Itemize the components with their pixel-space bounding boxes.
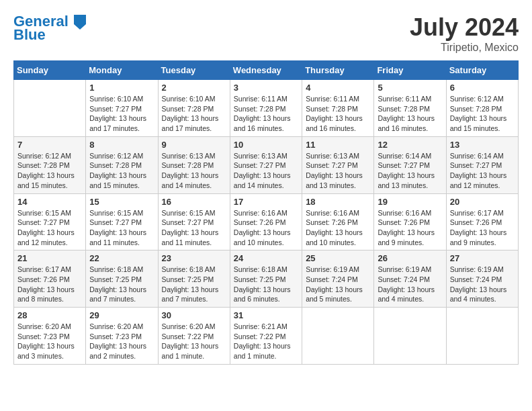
- calendar-cell: 5Sunrise: 6:11 AM Sunset: 7:28 PM Daylig…: [374, 80, 446, 137]
- day-info: Sunrise: 6:13 AM Sunset: 7:27 PM Dayligh…: [234, 151, 298, 191]
- day-number: 6: [450, 83, 515, 93]
- day-number: 23: [162, 253, 226, 263]
- week-row-4: 21Sunrise: 6:17 AM Sunset: 7:26 PM Dayli…: [14, 250, 519, 308]
- calendar-cell: 13Sunrise: 6:14 AM Sunset: 7:27 PM Dayli…: [446, 136, 518, 193]
- calendar-cell: 1Sunrise: 6:10 AM Sunset: 7:27 PM Daylig…: [86, 80, 158, 137]
- calendar-header: SundayMondayTuesdayWednesdayThursdayFrid…: [14, 61, 519, 80]
- calendar-cell: 25Sunrise: 6:19 AM Sunset: 7:24 PM Dayli…: [302, 250, 374, 308]
- title-block: July 2024 Tiripetio, Mexico: [410, 13, 519, 54]
- day-number: 4: [306, 83, 370, 93]
- day-number: 15: [89, 197, 154, 207]
- day-info: Sunrise: 6:19 AM Sunset: 7:24 PM Dayligh…: [378, 265, 442, 304]
- week-row-1: 1Sunrise: 6:10 AM Sunset: 7:27 PM Daylig…: [14, 80, 519, 137]
- day-info: Sunrise: 6:13 AM Sunset: 7:27 PM Dayligh…: [306, 151, 370, 191]
- page-header: General Blue July 2024 Tiripetio, Mexico: [13, 13, 519, 54]
- day-number: 10: [234, 140, 298, 150]
- header-day-thursday: Thursday: [302, 61, 374, 80]
- calendar-cell: 24Sunrise: 6:18 AM Sunset: 7:25 PM Dayli…: [230, 250, 302, 308]
- day-info: Sunrise: 6:11 AM Sunset: 7:28 PM Dayligh…: [306, 94, 370, 134]
- calendar-cell: 14Sunrise: 6:15 AM Sunset: 7:27 PM Dayli…: [14, 193, 86, 250]
- day-info: Sunrise: 6:11 AM Sunset: 7:28 PM Dayligh…: [234, 94, 298, 134]
- week-row-5: 28Sunrise: 6:20 AM Sunset: 7:23 PM Dayli…: [14, 308, 519, 365]
- calendar-cell: 20Sunrise: 6:17 AM Sunset: 7:26 PM Dayli…: [446, 193, 518, 250]
- header-day-sunday: Sunday: [14, 61, 86, 80]
- day-info: Sunrise: 6:12 AM Sunset: 7:28 PM Dayligh…: [450, 94, 515, 134]
- day-info: Sunrise: 6:19 AM Sunset: 7:24 PM Dayligh…: [306, 265, 370, 304]
- calendar-cell: 10Sunrise: 6:13 AM Sunset: 7:27 PM Dayli…: [230, 136, 302, 193]
- day-number: 11: [306, 140, 370, 150]
- day-number: 31: [234, 310, 298, 320]
- day-info: Sunrise: 6:18 AM Sunset: 7:25 PM Dayligh…: [162, 265, 226, 304]
- day-number: 27: [450, 253, 515, 263]
- day-number: 18: [306, 197, 370, 207]
- calendar-cell: 28Sunrise: 6:20 AM Sunset: 7:23 PM Dayli…: [14, 308, 86, 365]
- calendar-cell: 15Sunrise: 6:15 AM Sunset: 7:27 PM Dayli…: [86, 193, 158, 250]
- calendar-cell: 21Sunrise: 6:17 AM Sunset: 7:26 PM Dayli…: [14, 250, 86, 308]
- day-number: 5: [378, 83, 442, 93]
- day-info: Sunrise: 6:14 AM Sunset: 7:27 PM Dayligh…: [450, 151, 515, 191]
- day-info: Sunrise: 6:14 AM Sunset: 7:27 PM Dayligh…: [378, 151, 442, 191]
- day-info: Sunrise: 6:16 AM Sunset: 7:26 PM Dayligh…: [378, 208, 442, 248]
- calendar-cell: 23Sunrise: 6:18 AM Sunset: 7:25 PM Dayli…: [158, 250, 230, 308]
- day-number: 21: [17, 253, 82, 263]
- day-info: Sunrise: 6:19 AM Sunset: 7:24 PM Dayligh…: [450, 265, 515, 304]
- day-number: 12: [378, 140, 442, 150]
- day-number: 1: [89, 83, 154, 93]
- header-day-saturday: Saturday: [446, 61, 518, 80]
- day-number: 29: [89, 310, 154, 320]
- day-number: 28: [17, 310, 82, 320]
- calendar-cell: 9Sunrise: 6:13 AM Sunset: 7:28 PM Daylig…: [158, 136, 230, 193]
- day-info: Sunrise: 6:16 AM Sunset: 7:26 PM Dayligh…: [234, 208, 298, 248]
- day-number: 24: [234, 253, 298, 263]
- day-info: Sunrise: 6:10 AM Sunset: 7:28 PM Dayligh…: [162, 94, 226, 134]
- calendar-cell: 19Sunrise: 6:16 AM Sunset: 7:26 PM Dayli…: [374, 193, 446, 250]
- day-number: 17: [234, 197, 298, 207]
- day-info: Sunrise: 6:21 AM Sunset: 7:22 PM Dayligh…: [234, 322, 298, 361]
- calendar-cell: 17Sunrise: 6:16 AM Sunset: 7:26 PM Dayli…: [230, 193, 302, 250]
- calendar-cell: [374, 308, 446, 365]
- day-number: 3: [234, 83, 298, 93]
- month-year: July 2024: [410, 13, 519, 42]
- calendar-cell: 16Sunrise: 6:15 AM Sunset: 7:27 PM Dayli…: [158, 193, 230, 250]
- calendar-cell: 8Sunrise: 6:12 AM Sunset: 7:28 PM Daylig…: [86, 136, 158, 193]
- day-info: Sunrise: 6:15 AM Sunset: 7:27 PM Dayligh…: [17, 208, 82, 248]
- day-number: 26: [378, 253, 442, 263]
- day-info: Sunrise: 6:15 AM Sunset: 7:27 PM Dayligh…: [162, 208, 226, 248]
- header-day-wednesday: Wednesday: [230, 61, 302, 80]
- day-info: Sunrise: 6:16 AM Sunset: 7:26 PM Dayligh…: [306, 208, 370, 248]
- calendar-cell: 4Sunrise: 6:11 AM Sunset: 7:28 PM Daylig…: [302, 80, 374, 137]
- calendar-cell: 12Sunrise: 6:14 AM Sunset: 7:27 PM Dayli…: [374, 136, 446, 193]
- day-number: 14: [17, 197, 82, 207]
- calendar-cell: [302, 308, 374, 365]
- calendar-cell: 7Sunrise: 6:12 AM Sunset: 7:28 PM Daylig…: [14, 136, 86, 193]
- day-number: 13: [450, 140, 515, 150]
- calendar-cell: 22Sunrise: 6:18 AM Sunset: 7:25 PM Dayli…: [86, 250, 158, 308]
- day-number: 9: [162, 140, 226, 150]
- day-info: Sunrise: 6:10 AM Sunset: 7:27 PM Dayligh…: [89, 94, 154, 134]
- calendar-cell: 18Sunrise: 6:16 AM Sunset: 7:26 PM Dayli…: [302, 193, 374, 250]
- calendar-cell: 30Sunrise: 6:20 AM Sunset: 7:22 PM Dayli…: [158, 308, 230, 365]
- calendar-cell: [446, 308, 518, 365]
- day-info: Sunrise: 6:12 AM Sunset: 7:28 PM Dayligh…: [17, 151, 82, 191]
- day-info: Sunrise: 6:17 AM Sunset: 7:26 PM Dayligh…: [17, 265, 82, 304]
- calendar-cell: 31Sunrise: 6:21 AM Sunset: 7:22 PM Dayli…: [230, 308, 302, 365]
- calendar-table: SundayMondayTuesdayWednesdayThursdayFrid…: [13, 60, 519, 365]
- day-number: 19: [378, 197, 442, 207]
- calendar-cell: 26Sunrise: 6:19 AM Sunset: 7:24 PM Dayli…: [374, 250, 446, 308]
- day-info: Sunrise: 6:12 AM Sunset: 7:28 PM Dayligh…: [89, 151, 154, 191]
- calendar-cell: 27Sunrise: 6:19 AM Sunset: 7:24 PM Dayli…: [446, 250, 518, 308]
- calendar-cell: 29Sunrise: 6:20 AM Sunset: 7:23 PM Dayli…: [86, 308, 158, 365]
- day-info: Sunrise: 6:15 AM Sunset: 7:27 PM Dayligh…: [89, 208, 154, 248]
- calendar-cell: 3Sunrise: 6:11 AM Sunset: 7:28 PM Daylig…: [230, 80, 302, 137]
- logo: General Blue: [13, 13, 86, 43]
- location: Tiripetio, Mexico: [410, 42, 519, 54]
- day-number: 2: [162, 83, 226, 93]
- day-number: 16: [162, 197, 226, 207]
- calendar-cell: 11Sunrise: 6:13 AM Sunset: 7:27 PM Dayli…: [302, 136, 374, 193]
- day-number: 8: [89, 140, 154, 150]
- calendar-cell: 6Sunrise: 6:12 AM Sunset: 7:28 PM Daylig…: [446, 80, 518, 137]
- header-day-friday: Friday: [374, 61, 446, 80]
- day-info: Sunrise: 6:18 AM Sunset: 7:25 PM Dayligh…: [89, 265, 154, 304]
- day-number: 25: [306, 253, 370, 263]
- week-row-2: 7Sunrise: 6:12 AM Sunset: 7:28 PM Daylig…: [14, 136, 519, 193]
